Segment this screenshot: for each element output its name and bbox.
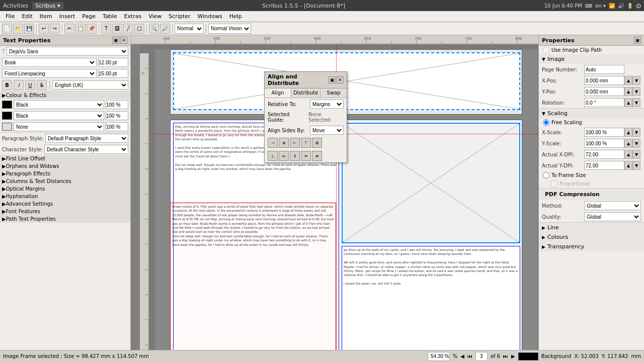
optical-margins-header[interactable]: ▶ Optical Margins [0, 185, 130, 193]
actual-y-dpi-down-btn[interactable]: ▼ [632, 161, 640, 170]
panel-close-btn[interactable]: ✕ [120, 37, 127, 44]
save-btn[interactable]: 💾 [24, 24, 34, 34]
text-tool[interactable]: T [101, 24, 111, 34]
activities-label[interactable]: Activities [3, 3, 28, 9]
advanced-settings-header[interactable]: ▶ Advanced Settings [0, 200, 130, 208]
hyphenation-header[interactable]: ▶ Hyphenation [0, 193, 130, 200]
y-pos-input[interactable] [584, 87, 624, 96]
align-eq-h-btn[interactable]: ≡ [301, 151, 311, 161]
paste-btn[interactable]: 📌 [87, 24, 97, 34]
menu-insert[interactable]: Insert [56, 12, 79, 21]
bg-color-select[interactable]: None [14, 122, 104, 131]
x-pos-up-btn[interactable]: ▲ [624, 76, 632, 85]
font-size-input[interactable] [98, 58, 128, 67]
align-dist-h-btn[interactable]: ⇔ [279, 151, 289, 161]
fill-color-select[interactable]: Black [14, 100, 104, 109]
italic-btn[interactable]: I [14, 80, 24, 90]
rotation-up-btn[interactable]: ▲ [624, 98, 632, 107]
text-frame-left-lower[interactable]: Brown marks of it. Fifty years ago a ser… [170, 203, 336, 350]
text-frame-right[interactable]: go drive up at the walls of my castle, a… [342, 246, 520, 350]
x-pos-input[interactable] [584, 76, 624, 85]
align-panel-float-btn[interactable]: ▣ [329, 76, 336, 83]
background-color-box[interactable] [518, 352, 538, 360]
vision-select[interactable]: Normal Vision [208, 24, 251, 34]
redo-btn[interactable]: ↪ [50, 24, 60, 34]
align-top-btn[interactable]: ⊤ [301, 138, 311, 148]
zoom-in-btn[interactable]: 🔍 [149, 24, 159, 34]
align-left-btn[interactable]: ⊣ [268, 138, 278, 148]
orphans-widows-header[interactable]: ▶ Orphans and Widows [0, 162, 130, 170]
open-btn[interactable]: 📂 [13, 24, 23, 34]
language-select[interactable]: English (UK) [52, 80, 128, 89]
x-scale-down-btn[interactable]: ▼ [632, 128, 640, 137]
menu-view[interactable]: View [145, 12, 165, 21]
align-eq-v-btn[interactable]: ≢ [312, 151, 322, 161]
menu-table[interactable]: Table [99, 12, 120, 21]
line-section-header[interactable]: ▶ Line [539, 223, 644, 232]
x-scale-up-btn[interactable]: ▲ [624, 128, 632, 137]
underline-btn[interactable]: U [25, 80, 35, 90]
menu-edit[interactable]: Edit [18, 12, 36, 21]
strikethrough-btn[interactable]: S [37, 80, 47, 90]
nav-first-btn[interactable]: ⏮ [467, 353, 472, 359]
x-pos-down-btn[interactable]: ▼ [632, 76, 640, 85]
path-text-header[interactable]: ▶ Path Text Properties [0, 215, 130, 223]
actual-y-dpi-up-btn[interactable]: ▲ [624, 161, 632, 170]
panel-float-btn[interactable]: ▣ [112, 37, 119, 44]
menu-file[interactable]: File [2, 12, 18, 21]
font-features-header[interactable]: ▶ Font Features [0, 208, 130, 215]
style-select[interactable]: Book [2, 58, 97, 67]
first-line-offset-header[interactable]: ▶ First Line Offset [0, 155, 130, 162]
nav-next-btn[interactable]: ▶ [511, 353, 515, 359]
menu-help[interactable]: Help [226, 12, 246, 21]
character-style-select[interactable]: Default Character Style [44, 145, 128, 154]
zoom-input[interactable] [428, 352, 450, 361]
align-panel-close-btn[interactable]: ✕ [337, 76, 344, 83]
tab-align[interactable]: Align [265, 88, 291, 98]
rotation-input[interactable] [584, 98, 624, 107]
page-number-input[interactable] [584, 65, 624, 74]
nav-prev-btn[interactable]: ◀ [460, 353, 464, 359]
transparency-section-header[interactable]: ▶ Transparency [539, 242, 644, 251]
new-btn[interactable]: 📄 [2, 24, 12, 34]
bg-opacity-input[interactable] [106, 122, 128, 131]
actual-x-dpi-input[interactable] [584, 150, 624, 159]
relative-to-select[interactable]: Margins Page Selection [310, 100, 344, 109]
undo-btn[interactable]: ↩ [39, 24, 49, 34]
method-select[interactable]: Global None ZIP JPEG [584, 201, 641, 210]
stroke-opacity-input[interactable] [106, 111, 128, 120]
tab-swap[interactable]: Swap [320, 88, 347, 98]
rotation-down-btn[interactable]: ▼ [632, 98, 640, 107]
linespacing-input[interactable] [98, 69, 128, 78]
free-scaling-radio[interactable] [543, 119, 549, 126]
image-frame-selected[interactable] [342, 123, 520, 243]
paragraph-style-select[interactable]: Default Paragraph Style [45, 134, 128, 143]
stroke-color-box[interactable] [2, 112, 12, 120]
right-panel-float[interactable]: ▣ [634, 37, 641, 44]
bold-btn[interactable]: B [2, 80, 12, 90]
y-pos-up-btn[interactable]: ▲ [624, 87, 632, 96]
paragraph-effects-header[interactable]: ▶ Paragraph Effects [0, 170, 130, 177]
scribus-app[interactable]: Scribus ▾ [32, 2, 63, 10]
columns-distances-header[interactable]: ▶ Columns & Text Distances [0, 177, 130, 185]
y-scale-up-btn[interactable]: ▲ [624, 139, 632, 148]
menu-extras[interactable]: Extras [120, 12, 145, 21]
linespacing-mode-select[interactable]: Fixed Linespacing [2, 69, 97, 78]
stroke-color-select[interactable]: Black [14, 111, 104, 120]
cut-btn[interactable]: ✂ [64, 24, 74, 34]
shape-tool[interactable]: □ [134, 24, 144, 34]
colours-section-header[interactable]: ▶ Colours [539, 232, 644, 242]
actual-x-dpi-up-btn[interactable]: ▲ [624, 150, 632, 159]
proportional-checkbox[interactable] [551, 180, 557, 187]
menu-windows[interactable]: Windows [194, 12, 226, 21]
scaling-section-header[interactable]: ▼ Scaling [539, 109, 644, 118]
tab-distribute[interactable]: Distribute [291, 88, 320, 98]
align-dist-v-btn[interactable]: ⇕ [290, 151, 300, 161]
zoom-out-btn[interactable]: 🔎 [160, 24, 170, 34]
menu-item[interactable]: Item [36, 12, 56, 21]
image-clip-path-checkbox[interactable] [543, 47, 549, 53]
view-mode-select[interactable]: Normal Preview [175, 24, 204, 34]
align-bottom-btn[interactable]: ⊥ [268, 151, 278, 161]
line-tool[interactable]: ╱ [123, 24, 133, 34]
align-center-v-btn[interactable]: ⊞ [312, 138, 322, 148]
